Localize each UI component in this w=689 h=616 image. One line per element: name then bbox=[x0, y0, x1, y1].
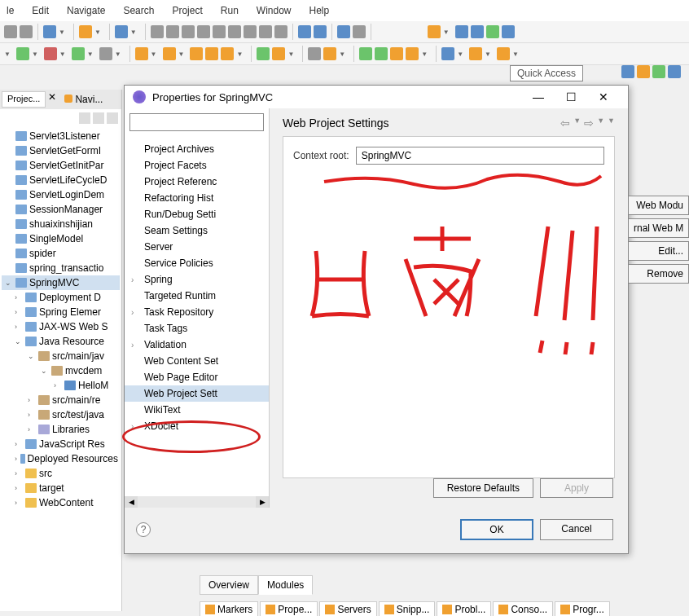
close-button[interactable]: ✕ bbox=[587, 90, 620, 103]
tool-icon[interactable] bbox=[205, 47, 218, 60]
quick-access-input[interactable]: Quick Access bbox=[510, 65, 583, 81]
expand-icon[interactable]: › bbox=[15, 499, 23, 507]
tab-navigator[interactable]: Navi... bbox=[59, 91, 108, 108]
step-return-icon[interactable] bbox=[259, 25, 272, 38]
expand-icon[interactable]: › bbox=[15, 440, 23, 448]
tab-overview[interactable]: Overview bbox=[200, 575, 258, 595]
new-package-icon[interactable] bbox=[135, 47, 148, 60]
menu-project[interactable]: Project bbox=[165, 3, 208, 18]
help-button[interactable]: ? bbox=[136, 522, 151, 537]
new-icon[interactable] bbox=[43, 25, 56, 38]
ok-button[interactable]: OK bbox=[460, 519, 533, 540]
forward-icon[interactable]: ⇨ bbox=[584, 117, 594, 130]
filter-input[interactable] bbox=[129, 113, 264, 131]
tree-item[interactable]: ›Libraries bbox=[2, 422, 120, 437]
perspective-icon[interactable] bbox=[621, 65, 634, 78]
view-tab[interactable]: Progr... bbox=[555, 601, 610, 616]
menu-run[interactable]: Run bbox=[214, 3, 245, 18]
category-item[interactable]: WikiText bbox=[125, 402, 269, 418]
debug-icon[interactable] bbox=[44, 47, 57, 60]
scrollbar-horizontal[interactable]: ◀ ▶ bbox=[125, 496, 269, 508]
tree-item[interactable]: ServletLifeCycleD bbox=[2, 173, 120, 187]
maximize-button[interactable]: ☐ bbox=[555, 90, 587, 103]
menu-navigate[interactable]: Navigate bbox=[60, 3, 112, 18]
tree-item[interactable]: ⌄src/main/jav bbox=[2, 349, 120, 363]
category-item[interactable]: Project Archives bbox=[125, 141, 269, 157]
tool-icon[interactable] bbox=[469, 47, 482, 60]
dropdown-arrow-icon[interactable]: ▼ bbox=[236, 51, 243, 58]
tool-icon[interactable] bbox=[298, 25, 311, 38]
expand-icon[interactable]: › bbox=[15, 455, 18, 463]
restore-defaults-button[interactable]: Restore Defaults bbox=[433, 478, 533, 498]
tree-item[interactable]: SingleModel bbox=[2, 231, 120, 246]
expand-icon[interactable]: › bbox=[15, 484, 23, 492]
view-tab[interactable]: Snipp... bbox=[379, 601, 436, 616]
category-item[interactable]: ›Task Repository bbox=[125, 304, 269, 320]
dropdown-arrow-icon[interactable]: ▼ bbox=[421, 51, 428, 58]
cancel-button[interactable]: Cancel bbox=[540, 519, 613, 540]
close-icon[interactable]: ✕ bbox=[46, 91, 59, 108]
menu-search[interactable]: Search bbox=[116, 3, 160, 18]
category-item[interactable]: Server bbox=[125, 239, 269, 255]
tree-item[interactable]: ›src/main/re bbox=[2, 393, 120, 407]
tool-icon[interactable] bbox=[190, 47, 203, 60]
expand-icon[interactable]: › bbox=[131, 275, 144, 284]
tool-icon[interactable] bbox=[353, 25, 366, 38]
tree-item[interactable]: ›JAX-WS Web S bbox=[2, 319, 120, 334]
menu-file[interactable]: le bbox=[0, 3, 20, 18]
menu-window[interactable]: Window bbox=[250, 3, 298, 18]
menu-help[interactable]: Help bbox=[303, 3, 336, 18]
tree-item[interactable]: ⌄mvcdem bbox=[2, 363, 120, 378]
tree-item[interactable]: ⌄SpringMVC bbox=[2, 275, 120, 290]
tree-item[interactable]: shuaixinshijian bbox=[2, 217, 120, 231]
tree-item[interactable]: ›Spring Elemer bbox=[2, 305, 120, 319]
apply-button[interactable]: Apply bbox=[540, 478, 613, 498]
expand-icon[interactable]: › bbox=[131, 341, 144, 350]
tool-icon[interactable] bbox=[375, 47, 388, 60]
dropdown-arrow-icon[interactable]: ▼ bbox=[457, 51, 463, 58]
skip-icon[interactable] bbox=[151, 25, 164, 38]
step-into-icon[interactable] bbox=[228, 25, 241, 38]
dropdown-arrow-icon[interactable]: ▼ bbox=[32, 51, 38, 58]
dropdown-arrow-icon[interactable]: ▼ bbox=[339, 51, 345, 58]
category-item[interactable]: ›XDoclet bbox=[125, 418, 269, 434]
js-icon[interactable] bbox=[471, 25, 484, 38]
tool-icon[interactable] bbox=[323, 47, 336, 60]
tree-item[interactable]: ›Deployment D bbox=[2, 290, 120, 305]
open-task-icon[interactable] bbox=[79, 25, 92, 38]
tree-item[interactable]: ›src bbox=[2, 466, 120, 481]
expand-icon[interactable]: › bbox=[28, 411, 36, 419]
perspective-icon[interactable] bbox=[668, 65, 681, 78]
stop-icon[interactable] bbox=[197, 25, 210, 38]
remove-button[interactable]: Remove bbox=[628, 264, 689, 284]
tab-modules[interactable]: Modules bbox=[258, 575, 313, 595]
tree-item[interactable]: ›JavaScript Res bbox=[2, 437, 120, 451]
tree-item[interactable]: ›HelloM bbox=[2, 378, 120, 393]
back-icon[interactable]: ⇦ bbox=[560, 117, 570, 130]
menu-icon[interactable]: ▼ bbox=[608, 117, 615, 130]
expand-icon[interactable]: › bbox=[15, 469, 23, 477]
dropdown-arrow-icon[interactable]: ▼ bbox=[4, 51, 11, 58]
category-item[interactable]: Targeted Runtim bbox=[125, 288, 269, 304]
view-tab[interactable]: Conso... bbox=[493, 601, 553, 616]
link-icon[interactable] bbox=[93, 112, 104, 124]
category-item[interactable]: Web Project Sett bbox=[125, 385, 269, 402]
edit-button[interactable]: Edit... bbox=[628, 241, 689, 261]
dropdown-arrow-icon[interactable]: ▼ bbox=[59, 51, 66, 58]
dropdown-arrow-icon[interactable]: ▼ bbox=[115, 51, 121, 58]
scroll-left-icon[interactable]: ◀ bbox=[125, 496, 138, 508]
expand-icon[interactable]: › bbox=[131, 422, 144, 431]
tree-item[interactable]: ServletGetFormI bbox=[2, 143, 120, 158]
tree-item[interactable]: Servlet3Listener bbox=[2, 129, 120, 143]
tree-item[interactable]: ›target bbox=[2, 481, 120, 495]
dropdown-arrow-icon[interactable]: ▼ bbox=[512, 51, 519, 58]
collapse-icon[interactable] bbox=[79, 112, 90, 124]
perspective-icon[interactable] bbox=[637, 65, 650, 78]
dropdown-arrow-icon[interactable]: ▼ bbox=[87, 51, 94, 58]
scroll-right-icon[interactable]: ▶ bbox=[256, 496, 269, 508]
category-item[interactable]: ›Spring bbox=[125, 271, 269, 288]
tree-item[interactable]: ServletLoginDem bbox=[2, 187, 120, 202]
tool-icon[interactable] bbox=[257, 47, 270, 60]
dropdown-arrow-icon[interactable]: ▼ bbox=[130, 29, 137, 36]
tree-item[interactable]: SessionManager bbox=[2, 202, 120, 217]
